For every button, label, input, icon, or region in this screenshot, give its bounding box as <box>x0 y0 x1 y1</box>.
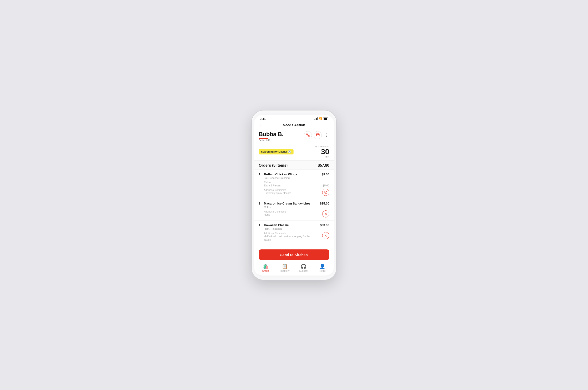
orders-total: $57.80 <box>318 163 329 168</box>
arrival-unit: min <box>315 155 329 158</box>
item-price: $33.30 <box>320 223 329 227</box>
item-name: Buffalo Chicken Wings <box>264 173 297 176</box>
customer-header: Bubba B. Order #41 <box>254 129 334 144</box>
orders-icon: 🛍️ <box>263 264 269 269</box>
send-to-kitchen-button[interactable]: Send to Kitchen <box>259 249 329 260</box>
orders-title: Orders (5 Items) <box>259 163 288 168</box>
item-name: Macaron Ice Cream Sandwiches <box>264 202 311 205</box>
top-nav: ← Needs Action <box>254 122 334 129</box>
comments-section: Additional Comments Extremely spicy plea… <box>259 189 329 196</box>
customer-info: Bubba B. Order #41 <box>259 131 283 142</box>
item-variant: Ham, Pineapple <box>259 227 329 230</box>
item-qty: 1 <box>259 173 262 176</box>
status-time: 9:41 <box>260 117 266 121</box>
comments-value: None <box>264 213 286 216</box>
arrival-block: EST ARRIVAL 30 min <box>315 146 329 158</box>
item-qty: 3 <box>259 202 262 205</box>
wifi-icon: 📶 <box>319 117 322 120</box>
page-title: Needs Action <box>283 123 305 127</box>
phone-screen: 9:41 📶 ← Needs Action <box>254 115 334 276</box>
back-button[interactable]: ← <box>259 122 264 128</box>
profile-icon: 👤 <box>320 264 325 269</box>
extras-label: Extras: <box>264 181 329 184</box>
inventory-tab-label: Inventory <box>280 270 289 272</box>
searching-badge: Searching for Dasher 🕐 <box>259 149 294 154</box>
orders-tab-label: Orders <box>262 270 269 272</box>
tab-support[interactable]: 🎧 Support <box>297 264 310 272</box>
item-qty: 1 <box>259 223 262 227</box>
kitchen-btn-wrapper: Send to Kitchen <box>254 247 334 262</box>
orders-header: Orders (5 Items) $57.80 <box>254 161 334 169</box>
tab-orders[interactable]: 🛍️ Orders <box>259 264 272 272</box>
name-underline <box>259 138 268 139</box>
comments-section: Additional Comments Half alfredo half ma… <box>259 232 329 242</box>
tab-bar: 🛍️ Orders 📋 Inventory 🎧 Support 👤 Profil… <box>254 262 334 276</box>
extra-name: Extra 5 Pieces <box>264 184 281 187</box>
comments-label: Additional Comments <box>264 232 311 235</box>
order-number: Order #41 <box>259 139 283 142</box>
alert-button[interactable] <box>322 189 329 196</box>
extras-section: Extras: Extra 5 Pieces $5.00 <box>259 181 329 187</box>
call-button[interactable] <box>304 131 312 139</box>
message-button[interactable] <box>314 131 322 139</box>
phone-device: 9:41 📶 ← Needs Action <box>252 110 336 280</box>
comments-value: Half alfredo half marinara topping for t… <box>264 235 311 242</box>
item-price: $9.50 <box>321 173 329 176</box>
customer-actions: ⋮ <box>304 131 329 139</box>
comments-section: Additional Comments None <box>259 210 329 217</box>
order-item: 1 Buffalo Chicken Wings $9.50 Bleu Chees… <box>254 169 334 199</box>
status-icons: 📶 <box>314 117 328 120</box>
item-variant: Bleu Cheese Dressing <box>259 177 329 179</box>
profile-tab-label: Profile <box>319 270 325 272</box>
item-variant: Coffee <box>259 206 329 208</box>
inventory-icon: 📋 <box>282 264 288 269</box>
status-arrival-row: Searching for Dasher 🕐 EST ARRIVAL 30 mi… <box>254 144 334 160</box>
tab-profile[interactable]: 👤 Profile <box>316 264 329 272</box>
extra-price: $5.00 <box>323 184 329 187</box>
customer-name: Bubba B. <box>259 131 283 137</box>
comments-value: Extremely spicy please! <box>264 191 291 195</box>
item-price: $15.00 <box>320 202 329 205</box>
alert-button[interactable] <box>322 210 329 217</box>
support-tab-label: Support <box>299 270 307 272</box>
signal-icon <box>314 117 318 120</box>
tab-inventory[interactable]: 📋 Inventory <box>278 264 291 272</box>
comments-label: Additional Comments <box>264 210 286 213</box>
order-item: 3 Macaron Ice Cream Sandwiches $15.00 Co… <box>254 199 334 220</box>
order-item: 1 Hawaiian Classic $33.30 Ham, Pineapple… <box>254 220 334 244</box>
orders-scroll: Orders (5 Items) $57.80 1 Buffalo Chicke… <box>254 161 334 247</box>
support-icon: 🎧 <box>301 264 307 269</box>
arrival-number: 30 <box>315 148 329 155</box>
alert-button[interactable] <box>322 232 329 239</box>
item-name: Hawaiian Classic <box>264 223 289 227</box>
status-bar: 9:41 📶 <box>254 115 334 122</box>
comments-label: Additional Comments <box>264 189 291 191</box>
more-button[interactable]: ⋮ <box>324 132 329 138</box>
battery-icon <box>323 118 328 120</box>
